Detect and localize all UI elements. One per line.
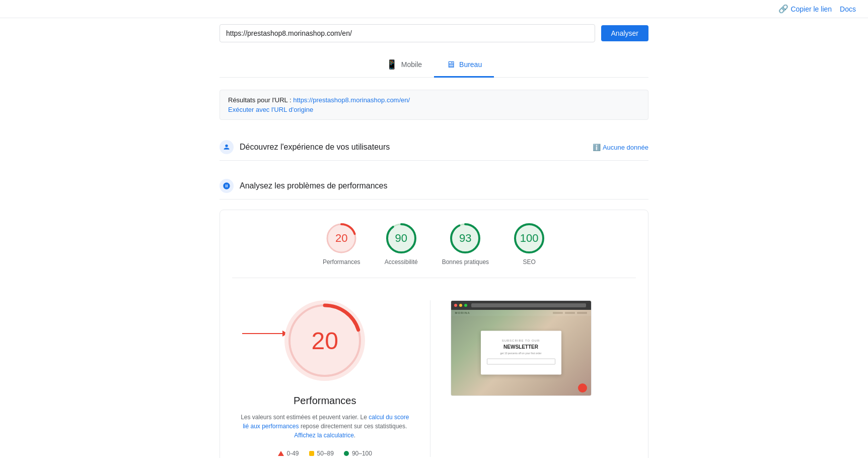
- perf-large-title: Performances: [294, 395, 356, 407]
- red-circle-button: [578, 383, 587, 392]
- score-item-seo[interactable]: 100 SEO: [513, 222, 545, 266]
- score-item-performances[interactable]: 20 Performances: [323, 222, 360, 266]
- user-exp-icon: [220, 140, 234, 154]
- docs-link[interactable]: Docs: [840, 5, 856, 13]
- scr-dot-red: [454, 304, 457, 307]
- newsletter-sub: get 10 percents off on your first order: [487, 352, 555, 355]
- legend-0-49: 0-49: [278, 450, 299, 457]
- perf-score-section: 20 Performances Les valeurs sont estimée…: [232, 300, 430, 457]
- score-circle-accessibilite: 90: [385, 222, 417, 254]
- legend-50-89: 50–89: [309, 450, 334, 457]
- no-data-label: Aucune donnée: [603, 144, 648, 151]
- large-score-value: 20: [312, 327, 338, 355]
- score-item-accessibilite[interactable]: 90 Accessibilité: [385, 222, 418, 266]
- desktop-icon: 🖥: [446, 59, 455, 70]
- newsletter-pre-text: SUBSCRIBE TO OUR: [487, 339, 555, 342]
- arrow-container: 20: [232, 300, 418, 381]
- score-label-bonnes-pratiques: Bonnes pratiques: [442, 258, 489, 266]
- score-value-bonnes-pratiques: 93: [459, 232, 471, 245]
- copy-link-label: Copier le lien: [790, 5, 832, 13]
- scr-dot-green: [464, 304, 467, 307]
- copy-link-button[interactable]: 🔗 Copier le lien: [778, 4, 832, 14]
- newsletter-input-field: [487, 359, 555, 365]
- analyze-button[interactable]: Analyser: [601, 25, 648, 41]
- score-value-performances: 20: [335, 232, 347, 245]
- newsletter-overlay: SUBSCRIBE TO OUR NEWSLETTER get 10 perce…: [481, 331, 561, 375]
- no-data-link[interactable]: ℹ️ Aucune donnée: [593, 144, 648, 151]
- score-label-accessibilite: Accessibilité: [385, 258, 418, 266]
- execute-origin-link[interactable]: Exécuter avec l'URL d'origine: [228, 106, 640, 113]
- tabs-row: 📱 Mobile 🖥 Bureau: [220, 52, 648, 78]
- main-content: Analyser 📱 Mobile 🖥 Bureau Résultats pou…: [207, 24, 661, 458]
- red-arrow: [242, 331, 287, 337]
- screenshot-section: MORINA SUBSCRIBE TO OUR: [451, 300, 636, 396]
- screenshot-image: MORINA SUBSCRIBE TO OUR: [451, 300, 592, 396]
- url-input[interactable]: [220, 24, 595, 42]
- newsletter-title: NEWSLETTER: [487, 344, 555, 350]
- top-bar: 🔗 Copier le lien Docs: [0, 0, 868, 18]
- perf-section-header: Analysez les problèmes de performances: [220, 171, 648, 200]
- large-score-circle: 20: [284, 300, 365, 381]
- legend-range-0-49: 0-49: [287, 450, 299, 457]
- tab-mobile[interactable]: 📱 Mobile: [374, 53, 434, 78]
- perf-description: Les valeurs sont estimées et peuvent var…: [239, 413, 410, 440]
- user-exp-title: Découvrez l'expérience de vos utilisateu…: [240, 143, 587, 152]
- score-circle-seo: 100: [513, 222, 545, 254]
- tab-bureau[interactable]: 🖥 Bureau: [434, 53, 494, 78]
- url-result-box: Résultats pour l'URL : https://prestasho…: [220, 90, 648, 120]
- legend-triangle-icon: [278, 451, 284, 456]
- legend-90-100: 90–100: [344, 450, 372, 457]
- legend-range-90-100: 90–100: [352, 450, 372, 457]
- perf-icon: [220, 179, 234, 193]
- url-result-link[interactable]: https://prestashop8.morinashop.com/en/: [293, 96, 410, 104]
- docs-label: Docs: [840, 5, 856, 13]
- scr-url-bar: [471, 303, 586, 307]
- screenshot-header-bar: [451, 301, 591, 310]
- tab-bureau-label: Bureau: [459, 60, 482, 69]
- scr-dot-yellow: [459, 304, 462, 307]
- score-circles-row: 20 Performances 90 Accessibilité: [232, 222, 636, 278]
- score-value-seo: 100: [520, 232, 539, 245]
- score-value-accessibilite: 90: [395, 232, 407, 245]
- link-icon: 🔗: [778, 4, 788, 14]
- score-item-bonnes-pratiques[interactable]: 93 Bonnes pratiques: [442, 222, 489, 266]
- legend-range-50-89: 50–89: [317, 450, 334, 457]
- user-exp-section-header: Découvrez l'expérience de vos utilisateu…: [220, 132, 648, 161]
- perf-section-title: Analysez les problèmes de performances: [240, 181, 648, 190]
- score-label-seo: SEO: [523, 258, 535, 266]
- perf-calc2-link[interactable]: Affichez la calculatrice: [294, 432, 354, 439]
- legend-row: 0-49 50–89 90–100: [278, 450, 372, 457]
- screenshot-browser: MORINA SUBSCRIBE TO OUR: [451, 310, 591, 396]
- url-result-prefix: Résultats pour l'URL :: [228, 96, 293, 104]
- svg-point-0: [225, 145, 228, 147]
- perf-detail-row: 20 Performances Les valeurs sont estimée…: [232, 290, 636, 458]
- score-circle-bonnes-pratiques: 93: [449, 222, 481, 254]
- score-label-performances: Performances: [323, 258, 360, 266]
- url-bar-row: Analyser: [220, 24, 648, 42]
- score-circle-performances: 20: [325, 222, 357, 254]
- tab-mobile-label: Mobile: [401, 60, 422, 69]
- mobile-icon: 📱: [386, 59, 397, 70]
- legend-square-icon: [309, 451, 314, 456]
- perf-card: 20 Performances 90 Accessibilité: [220, 210, 648, 458]
- legend-dot-icon: [344, 451, 349, 456]
- info-icon: ℹ️: [593, 144, 601, 151]
